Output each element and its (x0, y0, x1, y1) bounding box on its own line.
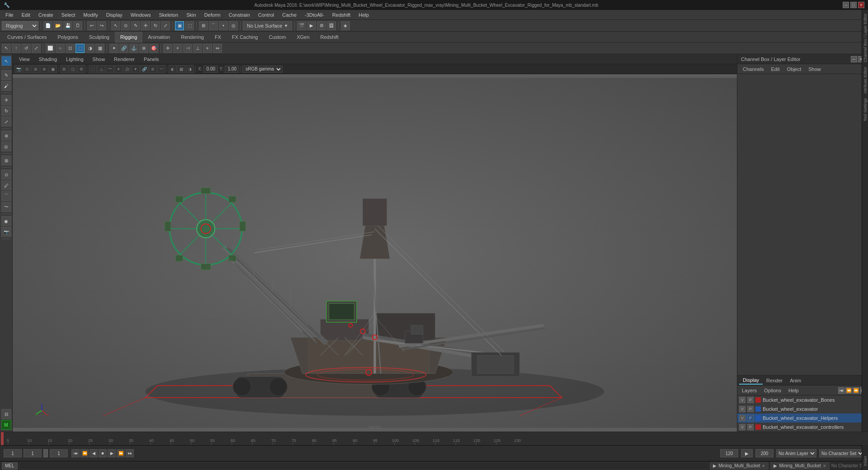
vp-ncloth-filter[interactable]: 〰 (157, 65, 165, 73)
render-button[interactable]: 🎬 (297, 21, 306, 30)
tab-animation[interactable]: Animation (142, 32, 175, 42)
vp-joint-filter[interactable]: ✦ (132, 65, 140, 73)
layer-nav-start[interactable]: ⏮ (838, 387, 844, 394)
taskbar-item-1[interactable]: ▶ Mining_Multi_Bucket ✕ (710, 462, 769, 470)
attr-editor-tab-vert[interactable]: Attribute Editor (863, 65, 868, 96)
tab-custom[interactable]: Custom (264, 32, 292, 42)
vp-shade-mode[interactable]: ◐ (169, 65, 177, 73)
render-settings-button[interactable]: ⚙ (317, 21, 326, 30)
play-back-button[interactable]: ◀ (90, 449, 98, 457)
layer-nav-prev[interactable]: ⏪ (845, 387, 852, 394)
vp-menu-show[interactable]: Show (90, 56, 108, 63)
tool-tex[interactable]: ▦ (95, 44, 104, 53)
make-live[interactable]: ◉ (1, 216, 11, 226)
ipr-button[interactable]: ▶ (307, 21, 316, 30)
tab-xgen[interactable]: XGen (291, 32, 315, 42)
menu-file[interactable]: File (2, 11, 17, 19)
layer-tab-display[interactable]: Display (739, 376, 763, 385)
viewport-canvas[interactable]: x y z persp (13, 74, 737, 432)
vp-ik-filter[interactable]: 🔗 (140, 65, 148, 73)
universal-manip[interactable]: ⊛ (1, 131, 11, 141)
paint-tool-left[interactable]: ✎ (1, 70, 11, 80)
vp-cam-attrs[interactable]: ⚙ (77, 65, 85, 73)
step-forward-button[interactable]: ⏩ (117, 449, 125, 457)
vp-menu-shading[interactable]: Shading (36, 56, 60, 63)
tool-q-select[interactable]: ↖ (2, 44, 11, 53)
menu-deform[interactable]: Deform (201, 11, 224, 19)
menu-skeleton[interactable]: Skeleton (155, 11, 182, 19)
vp-cam-icon[interactable]: 📷 (14, 65, 23, 73)
vp-shadow-mode[interactable]: ◑ (186, 65, 194, 73)
vp-light-filter[interactable]: ☀ (114, 65, 123, 73)
rotate-tool-button[interactable]: ↻ (151, 21, 160, 30)
live-surface-button[interactable]: No Live Surface ▼ (243, 21, 292, 30)
script-input[interactable] (19, 462, 708, 470)
comp-mode-button[interactable]: ⬚ (185, 21, 194, 30)
vp-frame-sel[interactable]: ⊡ (23, 65, 31, 73)
tool-joint[interactable]: ✦ (109, 44, 118, 53)
tool-settings-tab-vert[interactable]: Tool Settings (863, 96, 868, 123)
tool-align-v[interactable]: ⊥ (193, 44, 202, 53)
vp-hud[interactable]: ◫ (69, 65, 77, 73)
tool-plus[interactable]: + (173, 44, 182, 53)
tool-cross[interactable]: ✛ (163, 44, 172, 53)
vp-menu-view[interactable]: View (16, 56, 33, 63)
tool-w-move[interactable]: ↑ (12, 44, 21, 53)
vp-tex-mode[interactable]: ▦ (177, 65, 185, 73)
xgen-tab-vert[interactable]: XGen (863, 454, 868, 468)
tab-sculpting[interactable]: Sculpting (84, 32, 115, 42)
layer-p-ctrl[interactable]: P (747, 424, 754, 430)
vp-center[interactable]: ⊕ (40, 65, 48, 73)
timeline-ruler[interactable]: 5 10 15 20 25 30 35 40 45 50 55 60 65 70… (0, 432, 724, 445)
show-manip[interactable]: ⊞ (1, 155, 11, 165)
vp-menu-renderer[interactable]: Renderer (111, 56, 137, 63)
menu-edit[interactable]: Edit (18, 11, 34, 19)
camera-tool[interactable]: 📷 (1, 227, 11, 237)
vp-obj-filter[interactable]: ⬚ (89, 65, 97, 73)
paint-select-button[interactable]: ✎ (131, 21, 140, 30)
tab-curves-surfaces[interactable]: Curves / Surfaces (2, 32, 52, 42)
paint-effects[interactable]: 🖊 (1, 180, 11, 190)
char-set-select[interactable]: No Character Set (819, 449, 864, 457)
tool-subdiv[interactable]: ⊡ (66, 44, 75, 53)
go-to-start-button[interactable]: ⏮ (71, 449, 80, 457)
anim-layer-select[interactable]: No Anim Layer (776, 449, 816, 457)
ch-tab-show[interactable]: Show (805, 66, 825, 73)
vp-poly-filter[interactable]: △ (97, 65, 105, 73)
snap-grid-button[interactable]: ⊞ (199, 21, 208, 30)
menu-3dtoall[interactable]: -3DtoAll- (301, 11, 328, 19)
vp-cam-filter[interactable]: 🎥 (123, 65, 131, 73)
tab-rigging[interactable]: Rigging (115, 32, 142, 42)
gamma-select[interactable]: sRGB gamma Linear Raw (242, 66, 283, 73)
menu-help[interactable]: Help (355, 11, 373, 19)
cloth-tool[interactable]: 〜 (1, 202, 11, 212)
tab-polygons[interactable]: Polygons (52, 32, 83, 42)
open-scene-button[interactable]: 📂 (53, 21, 62, 30)
rotate-tool-left[interactable]: ↻ (1, 106, 11, 116)
module-selector[interactable]: Rigging Modeling Rigging Animation FX Re… (2, 21, 38, 30)
layer-row-helpers[interactable]: V P Bucket_wheel_excavator_Helpers (737, 414, 868, 423)
vp-menu-lighting[interactable]: Lighting (63, 56, 86, 63)
tab-rendering[interactable]: Rendering (175, 32, 209, 42)
obj-mode-button[interactable]: ▣ (175, 21, 184, 30)
maximize-button[interactable]: □ (850, 2, 857, 8)
tab-fx[interactable]: FX (209, 32, 226, 42)
tool-wire[interactable]: ⬚ (75, 44, 85, 53)
options-menu[interactable]: Options (761, 387, 784, 394)
layer-nav-next[interactable]: ⏩ (853, 387, 859, 394)
layer-v-ctrl[interactable]: V (739, 424, 745, 430)
tool-constraint[interactable]: ⚓ (129, 44, 138, 53)
coord-x-input[interactable] (203, 66, 218, 73)
layer-icon-left[interactable]: ⊟ (1, 409, 11, 419)
render-view-button[interactable]: 🖼 (327, 21, 336, 30)
current-frame-input[interactable] (4, 449, 22, 457)
save-scene-button[interactable]: 💾 (63, 21, 72, 30)
ch-tab-object[interactable]: Object (783, 66, 805, 73)
tool-mirror[interactable]: ⇔ (213, 44, 222, 53)
sculpt-tool[interactable]: ⌒ (1, 191, 11, 201)
snap-curve-button[interactable]: ⌒ (209, 21, 218, 30)
tab-redshift[interactable]: Redshift (315, 32, 344, 42)
move-tool-button[interactable]: ✛ (141, 21, 150, 30)
frame-range-end-input[interactable] (720, 449, 738, 457)
tool-deform[interactable]: ⊛ (139, 44, 148, 53)
